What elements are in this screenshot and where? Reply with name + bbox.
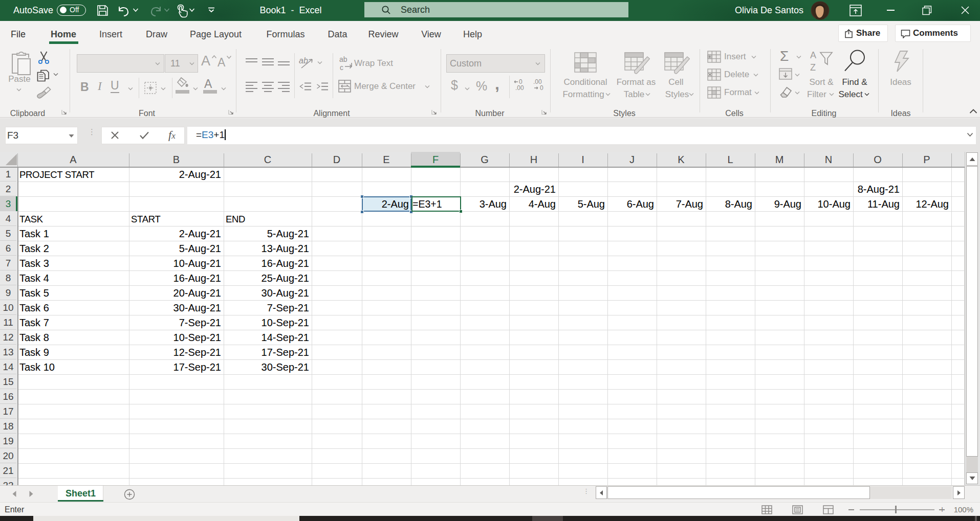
svg-text:Z: Z (810, 62, 816, 72)
svg-text:c: c (340, 63, 343, 71)
svg-text:A: A (810, 51, 816, 60)
svg-text:0: 0 (540, 84, 543, 92)
svg-text:ab: ab (339, 56, 347, 63)
svg-text:.00: .00 (515, 84, 524, 92)
